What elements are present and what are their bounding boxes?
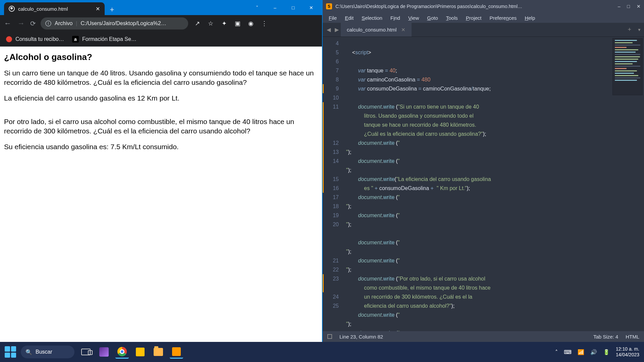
start-button[interactable] (5, 346, 16, 358)
status-language[interactable]: HTML (626, 334, 639, 340)
page-paragraph: La eficiencia del carro usando gasolina … (4, 94, 318, 103)
bookmark-item[interactable]: Consulta tu recibo… (6, 36, 64, 42)
bookmark-label: Formación Etapa Se… (82, 36, 137, 42)
url-text: C:/Users/Jairo/Desktop/Logica%2… (81, 20, 166, 26)
maximize-button[interactable]: □ (285, 2, 301, 13)
menu-view[interactable]: View (405, 14, 422, 22)
minimap[interactable] (612, 38, 643, 95)
reload-button[interactable]: ⟳ (30, 19, 36, 27)
tray-overflow-icon[interactable]: ˄ (555, 349, 558, 355)
editor-tabrow: ◀ ▶ calculo_consumo.html ✕ + ▼ (323, 23, 644, 37)
file-tab-label: calculo_consumo.html (347, 27, 396, 33)
globe-icon (9, 6, 15, 12)
forward-button[interactable]: → (17, 19, 25, 28)
page-heading: ¿Alcohol o gasolina? (4, 51, 318, 63)
system-tray: ˄ ⌨ 📶 🔊 🔋 12:10 a. m. 14/04/2023 (555, 346, 639, 358)
search-icon: 🔍 (25, 349, 32, 355)
url-separator: | (76, 20, 77, 26)
taskbar: 🔍 Buscar ˄ ⌨ 📶 🔊 🔋 12:10 a. m. 14/04/202… (0, 342, 644, 362)
close-button[interactable]: ✕ (303, 2, 319, 13)
address-bar[interactable]: i Archivo | C:/Users/Jairo/Desktop/Logic… (41, 17, 188, 29)
tab-search-icon[interactable]: ˅ (249, 2, 265, 13)
tray-wifi-icon[interactable]: 📶 (578, 349, 584, 355)
bookmark-star-icon[interactable]: ☆ (206, 20, 215, 27)
status-box-icon[interactable] (327, 334, 332, 339)
profile-icon[interactable]: ◉ (247, 20, 255, 27)
clock-time: 12:10 a. m. (616, 346, 639, 352)
menu-tools[interactable]: Tools (443, 14, 461, 22)
taskbar-app-sublime[interactable] (170, 345, 183, 359)
editor-statusbar: Line 23, Column 82 Tab Size: 4 HTML (323, 331, 644, 342)
bookmark-label: Consulta tu recibo… (15, 36, 64, 42)
browser-tab[interactable]: calculo_consumo.html ✕ (4, 2, 105, 15)
status-tabsize[interactable]: Tab Size: 4 (593, 334, 618, 340)
editor-titlebar: S C:\Users\Jairo\Desktop\Logica de Progr… (323, 0, 644, 13)
page-content: ¿Alcohol o gasolina? Si un carro tiene u… (0, 47, 322, 342)
editor-title-path: C:\Users\Jairo\Desktop\Logica de Program… (335, 4, 614, 9)
status-position: Line 23, Column 82 (339, 334, 383, 340)
menu-goto[interactable]: Goto (424, 14, 441, 22)
menu-find[interactable]: Find (387, 14, 404, 22)
tray-volume-icon[interactable]: 🔊 (590, 349, 597, 355)
taskbar-clock[interactable]: 12:10 a. m. 14/04/2023 (616, 346, 639, 358)
bookmark-favicon-red-icon (6, 36, 12, 42)
share-icon[interactable]: ↗ (193, 20, 202, 27)
tab-nav-next-icon[interactable]: ▶ (333, 26, 341, 33)
page-paragraph: Su eficiencia usando gasolina es: 7.5 Km… (4, 142, 318, 152)
menu-selection[interactable]: Selection (358, 14, 386, 22)
maximize-button[interactable]: □ (627, 4, 630, 9)
browser-titlebar: calculo_consumo.html ✕ + ˅ – □ ✕ (0, 0, 322, 15)
minimize-button[interactable]: – (618, 4, 621, 9)
task-view-button[interactable] (79, 345, 93, 359)
browser-window: calculo_consumo.html ✕ + ˅ – □ ✕ ← → ⟳ i… (0, 0, 322, 342)
page-paragraph: Si un carro tiene un tanque de 40 litros… (4, 68, 318, 87)
back-button[interactable]: ← (3, 19, 12, 28)
browser-toolbar: ← → ⟳ i Archivo | C:/Users/Jairo/Desktop… (0, 15, 322, 32)
bookmarks-bar: Consulta tu recibo… a Formación Etapa Se… (0, 32, 322, 47)
taskbar-app-notes[interactable] (133, 345, 147, 359)
editor-menubar: File Edit Selection Find View Goto Tools… (323, 13, 644, 23)
search-placeholder: Buscar (36, 349, 52, 355)
file-tab[interactable]: calculo_consumo.html ✕ (341, 23, 412, 37)
site-info-icon[interactable]: i (45, 20, 51, 26)
tab-strip: calculo_consumo.html ✕ + (0, 2, 117, 15)
side-panel-icon[interactable]: ▣ (233, 20, 242, 27)
taskbar-app-explorer[interactable] (152, 345, 165, 359)
page-paragraph: Por otro lado, si el carro usa alcohol c… (4, 117, 318, 136)
code-area[interactable]: 4567891011 121314 151617181920 212223 24… (323, 37, 644, 331)
window-controls: ˅ – □ ✕ (249, 0, 319, 15)
clock-date: 14/04/2023 (616, 352, 639, 358)
url-scheme-label: Archivo (55, 20, 72, 26)
extensions-icon[interactable]: ✦ (220, 20, 228, 27)
menu-icon[interactable]: ⋮ (260, 20, 269, 27)
tab-title: calculo_consumo.html (18, 6, 68, 12)
taskbar-app-chrome[interactable] (115, 345, 129, 359)
new-file-tab-icon[interactable]: + (625, 26, 635, 33)
tab-dropdown-icon[interactable]: ▼ (635, 27, 644, 32)
close-button[interactable]: ✕ (637, 4, 641, 9)
menu-edit[interactable]: Edit (341, 14, 357, 22)
menu-help[interactable]: Help (521, 14, 538, 22)
bookmark-favicon-a-icon: a (72, 36, 79, 43)
menu-preferences[interactable]: Preferences (486, 14, 520, 22)
new-tab-button[interactable]: + (107, 4, 117, 15)
menu-file[interactable]: File (325, 14, 340, 22)
taskbar-app-vs[interactable] (97, 345, 111, 359)
editor-window: S C:\Users\Jairo\Desktop\Logica de Progr… (323, 0, 644, 342)
sublime-icon: S (326, 3, 332, 9)
menu-project[interactable]: Project (463, 14, 485, 22)
tray-battery-icon[interactable]: 🔋 (603, 349, 610, 355)
code-text[interactable]: <script> var tanque = 40; var caminoConG… (343, 37, 644, 331)
tab-close-icon[interactable]: ✕ (96, 6, 100, 12)
taskbar-search[interactable]: 🔍 Buscar (21, 346, 74, 358)
line-gutter: 4567891011 121314 151617181920 212223 24… (323, 37, 343, 331)
tray-keyboard-icon[interactable]: ⌨ (564, 349, 572, 355)
tab-nav-prev-icon[interactable]: ◀ (325, 26, 333, 33)
file-tab-close-icon[interactable]: ✕ (401, 27, 406, 33)
minimize-button[interactable]: – (267, 2, 283, 13)
bookmark-item[interactable]: a Formación Etapa Se… (72, 36, 137, 43)
